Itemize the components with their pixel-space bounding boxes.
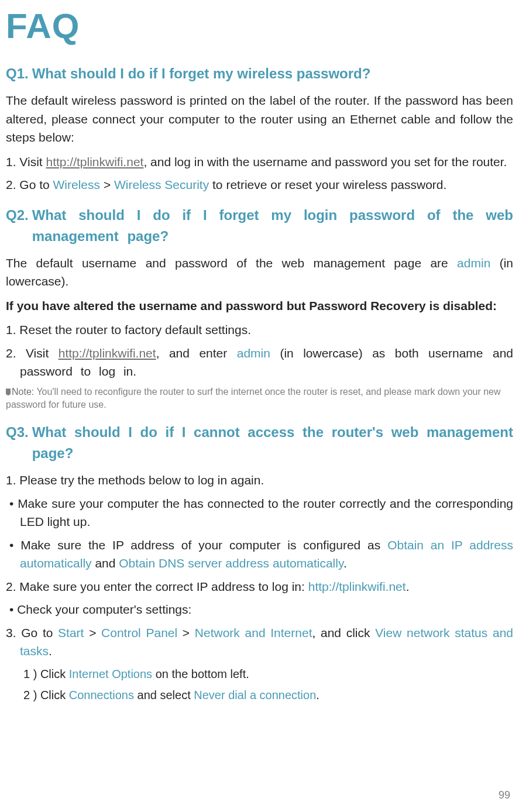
q1-step2-prefix: 2. Go to — [6, 178, 53, 191]
q3-step3: 3. Go to Start > Control Panel > Network… — [6, 624, 513, 660]
q2-note: Note: You'll need to reconfigure the rou… — [6, 386, 513, 412]
q2-step2-prefix: 2. Visit — [6, 346, 59, 360]
note-label: Note: — [12, 387, 34, 397]
q1-step2-wireless: Wireless — [53, 178, 101, 191]
q1-step2-gt: > — [100, 178, 114, 191]
q2-intro-admin: admin — [457, 256, 490, 270]
q1-step1-link[interactable]: http://tplinkwifi.net — [46, 155, 143, 168]
q2-heading: Q2. What should I do if I forget my logi… — [6, 205, 513, 247]
q3-sub1-suffix: on the bottom left. — [152, 668, 249, 680]
q3-step3-control-panel: Control Panel — [101, 626, 177, 639]
q1-step2: 2. Go to Wireless > Wireless Security to… — [6, 176, 513, 194]
q1-step2-suffix: to retrieve or reset your wireless passw… — [209, 178, 446, 191]
q3-bullet2-prefix: • Make sure the IP address of your compu… — [9, 538, 387, 552]
q3-sub2-connections: Connections — [69, 689, 134, 701]
q3-sub2-prefix: 2 ) Click — [23, 689, 69, 701]
q1-number: Q1. — [6, 63, 29, 84]
page-number: 99 — [499, 787, 510, 803]
q3-number: Q3. — [6, 422, 29, 464]
q3-step2: 2. Make sure you enter the correct IP ad… — [6, 577, 513, 596]
q1-step2-wireless-security: Wireless Security — [114, 178, 209, 191]
q1-intro: The default wireless password is printed… — [6, 91, 513, 147]
q2-step1: 1. Reset the router to factory default s… — [6, 321, 513, 339]
q2-intro-prefix: The default username and password of the… — [6, 256, 457, 270]
q3-step1: 1. Please try the methods below to log i… — [6, 471, 513, 490]
q3-sub1-internet-options: Internet Options — [69, 668, 152, 680]
q3-bullet1: • Make sure your computer the has connec… — [6, 494, 513, 531]
q3-step3-prefix: 3. Go to — [6, 626, 58, 639]
q2-bold-line: If you have altered the username and pas… — [6, 297, 513, 315]
q3-step3-network: Network and Internet — [195, 626, 312, 639]
q2-step2-link[interactable]: http://tplinkwifi.net — [59, 346, 156, 360]
q3-step3-mid: , and click — [312, 626, 375, 639]
q3-text: What should I do if I cannot access the … — [32, 422, 513, 464]
q2-text: What should I do if I forget my login pa… — [32, 205, 513, 247]
q3-step3-gt1: > — [84, 626, 101, 639]
q3-step3-start: Start — [58, 626, 84, 639]
q3-sub2-mid: and select — [134, 689, 194, 701]
q2-intro: The default username and password of the… — [6, 254, 513, 291]
q3-sub2: 2 ) Click Connections and select Never d… — [6, 686, 513, 704]
q3-step2-prefix: 2. Make sure you enter the correct IP ad… — [6, 580, 308, 593]
q3-step3-suffix: . — [49, 644, 52, 658]
q3-bullet2-suffix: . — [343, 556, 347, 570]
q3-bullet3: • Check your computer's settings: — [6, 600, 513, 619]
q3-step3-gt2: > — [177, 626, 195, 639]
q1-step1-prefix: 1. Visit — [6, 155, 46, 168]
q1-step1-suffix: , and log in with the username and passw… — [143, 155, 507, 168]
q1-step1: 1. Visit http://tplinkwifi.net, and log … — [6, 153, 513, 171]
note-text: You'll need to reconfigure the router to… — [6, 387, 501, 410]
q3-bullet2-obtain-dns: Obtain DNS server address automatically — [119, 556, 343, 570]
q3-sub2-never-dial: Never dial a connection — [194, 689, 316, 701]
q3-bullet2-mid: and — [92, 556, 119, 570]
q2-step2-admin: admin — [237, 346, 270, 360]
q3-step2-suffix: . — [406, 580, 410, 593]
q2-step2: 2. Visit http://tplinkwifi.net, and ente… — [6, 344, 513, 381]
q2-step2-mid: , and enter — [156, 346, 237, 360]
q2-number: Q2. — [6, 205, 29, 247]
q3-heading: Q3. What should I do if I cannot access … — [6, 422, 513, 464]
q1-heading: Q1. What should I do if I forget my wire… — [6, 63, 513, 84]
bookmark-icon — [6, 388, 11, 395]
q3-sub2-suffix: . — [316, 689, 319, 701]
q1-text: What should I do if I forget my wireless… — [32, 63, 513, 84]
q3-bullet2: • Make sure the IP address of your compu… — [6, 536, 513, 573]
q3-sub1: 1 ) Click Internet Options on the bottom… — [6, 665, 513, 683]
page-title: FAQ — [6, 0, 513, 53]
q3-sub1-prefix: 1 ) Click — [23, 668, 69, 680]
q3-step2-url: http://tplinkwifi.net — [308, 580, 406, 593]
